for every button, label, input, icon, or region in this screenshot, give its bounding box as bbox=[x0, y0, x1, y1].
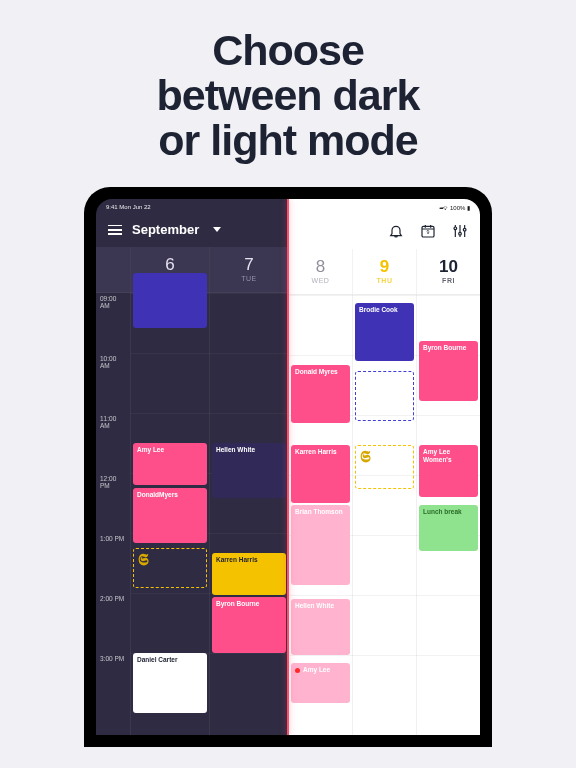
day-col-fri[interactable]: Byron BourneAmy Lee Women'sLunch break bbox=[416, 295, 480, 735]
calendar-grid-dark[interactable]: 09:00 AM 10:00 AM 11:00 AM 12:00 PM 1:00… bbox=[96, 293, 288, 735]
day-head-thu[interactable]: 9 THU bbox=[352, 249, 416, 294]
svg-text:9: 9 bbox=[427, 230, 430, 236]
calendar-event[interactable]: Daniel Carter bbox=[133, 653, 207, 713]
calendar-event[interactable]: Byron Bourne bbox=[212, 597, 286, 653]
hamburger-icon[interactable] bbox=[108, 225, 122, 235]
calendar-event[interactable]: 𝕾 bbox=[133, 548, 207, 588]
statusbar-dark: 9:41 Mon Jun 22 bbox=[96, 199, 288, 212]
headline-line-1: Choose bbox=[212, 26, 364, 74]
calendar-event[interactable]: Amy Lee Women's bbox=[419, 445, 478, 497]
statusbar-time: 9:41 Mon Jun 22 bbox=[106, 204, 151, 210]
calendar-event[interactable]: 𝕾 bbox=[355, 445, 414, 489]
day-head-tue[interactable]: 7 TUE bbox=[209, 247, 288, 292]
day-columns-light: Donald MyresKarren HarrisBrian ThomsonHe… bbox=[288, 295, 480, 735]
tablet-device-frame: 9:41 Mon Jun 22 September 6 MON 7 TUE bbox=[84, 187, 492, 747]
promo-headline: Choose between dark or light mode bbox=[0, 0, 576, 187]
day-col-mon[interactable]: Amy LeeDonaldMyers𝕾Daniel Carter bbox=[130, 293, 209, 735]
calendar-event[interactable]: Brodie Cook bbox=[355, 303, 414, 361]
svg-point-3 bbox=[459, 233, 462, 236]
time-gutter: 09:00 AM 10:00 AM 11:00 AM 12:00 PM 1:00… bbox=[96, 293, 130, 735]
calendar-event[interactable] bbox=[355, 371, 414, 421]
calendar-event[interactable]: Donald Myres bbox=[291, 365, 350, 423]
svg-point-2 bbox=[454, 227, 457, 230]
calendar-grid-light[interactable]: Donald MyresKarren HarrisBrian ThomsonHe… bbox=[288, 295, 480, 735]
calendar-event[interactable]: Hellen White bbox=[291, 599, 350, 655]
bell-icon[interactable] bbox=[388, 223, 404, 239]
light-mode-half: ••• ᯤ 100% ▮ 9 bbox=[288, 199, 480, 735]
caret-down-icon[interactable] bbox=[213, 227, 221, 232]
calendar-event[interactable] bbox=[133, 273, 207, 328]
calendar-icon[interactable]: 9 bbox=[420, 223, 436, 239]
calendar-event[interactable]: Hellen White bbox=[212, 443, 286, 498]
settings-sliders-icon[interactable] bbox=[452, 223, 468, 239]
tablet-screen: 9:41 Mon Jun 22 September 6 MON 7 TUE bbox=[96, 199, 480, 735]
calendar-event[interactable]: DonaldMyers bbox=[133, 488, 207, 543]
calendar-event[interactable]: Amy Lee bbox=[133, 443, 207, 485]
day-col-thu[interactable]: Brodie Cook𝕾 bbox=[352, 295, 416, 735]
topbar-light: 9 bbox=[288, 213, 480, 249]
calendar-event[interactable]: Amy Lee bbox=[291, 663, 350, 703]
split-divider-line bbox=[287, 199, 289, 735]
headline-line-3: or light mode bbox=[158, 116, 417, 164]
month-selector-label[interactable]: September bbox=[132, 222, 199, 237]
day-col-tue[interactable]: Hellen WhiteKarren HarrisByron Bourne bbox=[209, 293, 288, 735]
day-col-wed[interactable]: Donald MyresKarren HarrisBrian ThomsonHe… bbox=[288, 295, 352, 735]
day-head-wed[interactable]: 8 WED bbox=[288, 249, 352, 294]
day-head-fri[interactable]: 10 FRI bbox=[416, 249, 480, 294]
calendar-event[interactable]: Karren Harris bbox=[212, 553, 286, 595]
statusbar-light: ••• ᯤ 100% ▮ bbox=[288, 199, 480, 213]
calendar-event[interactable]: Lunch break bbox=[419, 505, 478, 551]
day-columns-dark: Amy LeeDonaldMyers𝕾Daniel Carter Hellen … bbox=[130, 293, 288, 735]
calendar-event[interactable]: Byron Bourne bbox=[419, 341, 478, 401]
dark-mode-half: 9:41 Mon Jun 22 September 6 MON 7 TUE bbox=[96, 199, 288, 735]
calendar-event[interactable]: Brian Thomson bbox=[291, 505, 350, 585]
day-headers-light: 8 WED 9 THU 10 FRI bbox=[288, 249, 480, 295]
svg-point-4 bbox=[463, 229, 466, 232]
topbar-dark: September bbox=[96, 212, 288, 247]
calendar-event[interactable]: Karren Harris bbox=[291, 445, 350, 503]
headline-line-2: between dark bbox=[157, 71, 420, 119]
statusbar-battery: ••• ᯤ 100% ▮ bbox=[439, 204, 470, 211]
